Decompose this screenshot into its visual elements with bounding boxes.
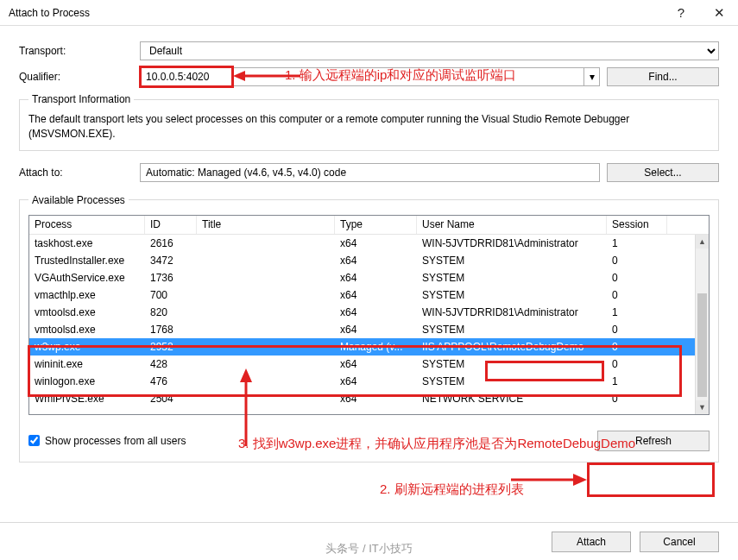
cell: x64 bbox=[335, 373, 417, 390]
cell bbox=[197, 321, 335, 338]
table-row[interactable]: vmtoolsd.exe1768x64SYSTEM0 bbox=[29, 321, 709, 338]
scroll-down-button[interactable]: ▼ bbox=[696, 400, 709, 414]
cell: 1 bbox=[607, 235, 667, 252]
cell: 1 bbox=[607, 304, 667, 321]
cell: 1736 bbox=[145, 269, 197, 286]
chevron-down-icon: ▾ bbox=[590, 71, 595, 83]
col-title[interactable]: Title bbox=[197, 216, 335, 234]
cell: WIN-5JVTDRRID81\Administrator bbox=[417, 304, 607, 321]
cell: 476 bbox=[145, 373, 197, 390]
scroll-up-button[interactable]: ▲ bbox=[696, 235, 709, 249]
qualifier-dropdown-button[interactable]: ▾ bbox=[584, 67, 600, 86]
cell bbox=[197, 338, 335, 356]
annotation-arrow-2 bbox=[511, 470, 587, 489]
cell: wininit.exe bbox=[29, 356, 145, 373]
cell: winlogon.exe bbox=[29, 373, 145, 390]
cell: 0 bbox=[607, 321, 667, 338]
cell: x64 bbox=[335, 269, 417, 286]
qualifier-label: Qualifier: bbox=[19, 71, 140, 83]
cell: WIN-5JVTDRRID81\Administrator bbox=[417, 235, 607, 252]
select-button[interactable]: Select... bbox=[607, 163, 719, 182]
cell: 0 bbox=[607, 286, 667, 304]
qualifier-row: Qualifier: ▾ Find... bbox=[19, 67, 719, 86]
transport-select[interactable]: Default bbox=[140, 41, 719, 60]
vertical-scrollbar[interactable]: ▲ ▼ bbox=[695, 235, 709, 414]
cell: 820 bbox=[145, 304, 197, 321]
help-button[interactable]: ? bbox=[662, 0, 700, 26]
cell: 0 bbox=[607, 338, 667, 356]
cell bbox=[197, 269, 335, 286]
show-all-users-label[interactable]: Show processes from all users bbox=[28, 435, 186, 447]
titlebar: Attach to Process ? ✕ bbox=[0, 0, 738, 26]
cell: SYSTEM bbox=[417, 269, 607, 286]
cell bbox=[197, 286, 335, 304]
transport-label: Transport: bbox=[19, 45, 140, 57]
cell: 2952 bbox=[145, 338, 197, 356]
cell: SYSTEM bbox=[417, 373, 607, 390]
close-button[interactable]: ✕ bbox=[700, 0, 738, 26]
cell: SYSTEM bbox=[417, 252, 607, 269]
cell: 1768 bbox=[145, 321, 197, 338]
attach-to-row: Attach to: Automatic: Managed (v4.6, v4.… bbox=[19, 163, 719, 182]
cell: VGAuthService.exe bbox=[29, 269, 145, 286]
available-processes-fieldset: Available Processes Process ID Title Typ… bbox=[19, 194, 719, 462]
cell: vmacthlp.exe bbox=[29, 286, 145, 304]
attach-to-value: Automatic: Managed (v4.6, v4.5, v4.0) co… bbox=[140, 163, 600, 182]
window-title: Attach to Process bbox=[9, 7, 662, 19]
find-button[interactable]: Find... bbox=[607, 67, 719, 86]
cell: x64 bbox=[335, 356, 417, 373]
process-list[interactable]: Process ID Title Type User Name Session … bbox=[28, 215, 710, 415]
cell bbox=[197, 356, 335, 373]
table-row[interactable]: vmtoolsd.exe820x64WIN-5JVTDRRID81\Admini… bbox=[29, 304, 709, 321]
cell: IIS APPPOOL\RemoteDebugDemo bbox=[417, 338, 607, 356]
attach-button[interactable]: Attach bbox=[552, 532, 631, 552]
transport-info-fieldset: Transport Information The default transp… bbox=[19, 93, 719, 151]
table-row[interactable]: VGAuthService.exe1736x64SYSTEM0 bbox=[29, 269, 709, 286]
cell: x64 bbox=[335, 304, 417, 321]
table-row[interactable]: TrustedInstaller.exe3472x64SYSTEM0 bbox=[29, 252, 709, 269]
svg-marker-5 bbox=[573, 474, 587, 486]
cell bbox=[197, 390, 335, 407]
cell: w3wp.exe bbox=[29, 338, 145, 356]
cell: x64 bbox=[335, 235, 417, 252]
cancel-button[interactable]: Cancel bbox=[640, 532, 719, 552]
cell bbox=[197, 252, 335, 269]
table-row[interactable]: vmacthlp.exe700x64SYSTEM0 bbox=[29, 286, 709, 304]
cell: 0 bbox=[607, 252, 667, 269]
col-id[interactable]: ID bbox=[145, 216, 197, 234]
cell bbox=[197, 373, 335, 390]
transport-row: Transport: Default bbox=[19, 41, 719, 60]
col-user[interactable]: User Name bbox=[417, 216, 607, 234]
transport-info-text: The default transport lets you select pr… bbox=[28, 112, 710, 142]
watermark: 头条号 / IT小技巧 bbox=[325, 541, 412, 557]
cell: 0 bbox=[607, 356, 667, 373]
col-session[interactable]: Session bbox=[607, 216, 667, 234]
col-type[interactable]: Type bbox=[335, 216, 417, 234]
table-row[interactable]: taskhost.exe2616x64WIN-5JVTDRRID81\Admin… bbox=[29, 235, 709, 252]
cell: 1 bbox=[607, 373, 667, 390]
available-processes-legend: Available Processes bbox=[28, 194, 129, 206]
cell: vmtoolsd.exe bbox=[29, 321, 145, 338]
cell: SYSTEM bbox=[417, 286, 607, 304]
cell: SYSTEM bbox=[417, 356, 607, 373]
table-row[interactable]: WmiPrvSE.exe2504x64NETWORK SERVICE0 bbox=[29, 390, 709, 407]
cell: WmiPrvSE.exe bbox=[29, 390, 145, 407]
cell: 3472 bbox=[145, 252, 197, 269]
cell: 428 bbox=[145, 356, 197, 373]
cell: 2504 bbox=[145, 390, 197, 407]
col-process[interactable]: Process bbox=[29, 216, 145, 234]
process-list-header: Process ID Title Type User Name Session bbox=[29, 216, 709, 235]
cell: NETWORK SERVICE bbox=[417, 390, 607, 407]
annotation-box-refresh bbox=[587, 462, 715, 497]
table-row[interactable]: winlogon.exe476x64SYSTEM1 bbox=[29, 373, 709, 390]
qualifier-input[interactable] bbox=[140, 67, 584, 86]
scroll-thumb[interactable] bbox=[697, 293, 707, 397]
show-all-users-checkbox[interactable] bbox=[28, 435, 40, 446]
cell: 700 bbox=[145, 286, 197, 304]
refresh-button[interactable]: Refresh bbox=[597, 431, 710, 451]
transport-info-legend: Transport Information bbox=[28, 93, 134, 105]
cell: taskhost.exe bbox=[29, 235, 145, 252]
table-row[interactable]: wininit.exe428x64SYSTEM0 bbox=[29, 356, 709, 373]
table-row[interactable]: w3wp.exe2952Managed (v...IIS APPPOOL\Rem… bbox=[29, 338, 709, 356]
cell: x64 bbox=[335, 286, 417, 304]
